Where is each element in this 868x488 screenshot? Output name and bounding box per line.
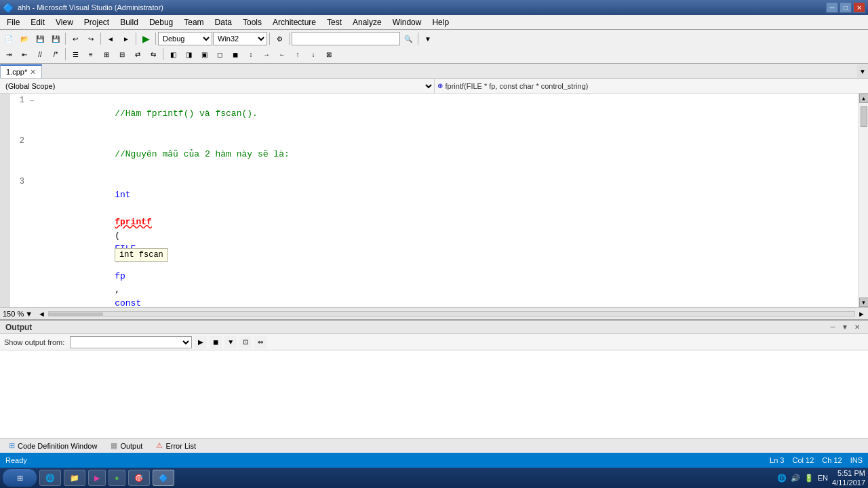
scroll-down-btn[interactable]: ▼: [859, 298, 869, 307]
forward-btn[interactable]: ►: [119, 32, 134, 45]
menu-analyze[interactable]: Analyze: [347, 16, 387, 28]
tb2-btn17[interactable]: ⊠: [321, 47, 336, 61]
tab-output[interactable]: ▦ Output: [104, 439, 149, 453]
menu-edit[interactable]: Edit: [25, 16, 50, 28]
tb2-btn3[interactable]: ⊞: [99, 47, 114, 61]
unindent-btn[interactable]: ⇤: [17, 47, 32, 61]
output-header: Output ─ ▼ ✕: [0, 321, 868, 334]
code-def-label: Code Definition Window: [18, 442, 97, 450]
close-button[interactable]: ✕: [853, 2, 865, 13]
taskbar-media[interactable]: ▶: [88, 470, 106, 486]
menu-test[interactable]: Test: [321, 16, 347, 28]
scroll-thumb[interactable]: [861, 106, 867, 127]
output-close-btn[interactable]: ✕: [852, 322, 863, 333]
taskbar-ie[interactable]: 🌐: [39, 470, 61, 486]
menu-team[interactable]: Team: [178, 16, 209, 28]
undo-btn[interactable]: ↩: [68, 32, 83, 45]
bottom-tabs: ⊞ Code Definition Window ▦ Output ⚠ Erro…: [0, 438, 868, 453]
scroll-track[interactable]: [859, 103, 869, 298]
maximize-button[interactable]: □: [840, 2, 852, 13]
output-next-btn[interactable]: ▼: [224, 336, 237, 348]
indent-btn[interactable]: ⇥: [1, 47, 16, 61]
output-word-wrap-btn[interactable]: ⇔: [254, 336, 267, 348]
tb2-btn8[interactable]: ◨: [181, 47, 196, 61]
function-label: fprintf(FILE * fp, const char * control_…: [446, 82, 589, 90]
output-source-dropdown[interactable]: [70, 336, 192, 348]
platform-dropdown[interactable]: Win32: [213, 32, 267, 45]
horizontal-scrollbar[interactable]: [48, 311, 855, 317]
tab-code-definition[interactable]: ⊞ Code Definition Window: [3, 439, 103, 453]
menu-data[interactable]: Data: [210, 16, 237, 28]
tab-scroll-button[interactable]: ▼: [857, 64, 868, 78]
output-play-btn[interactable]: ▶: [195, 336, 207, 348]
toolbar-area: 📄 📂 💾 💾 ↩ ↪ ◄ ► ▶ Debug Win32 ⚙ 🔍: [0, 30, 868, 64]
taskbar-vs[interactable]: 🔷: [153, 470, 174, 486]
redo-btn[interactable]: ↪: [83, 32, 98, 45]
start-button[interactable]: ⊞: [3, 469, 37, 487]
taskbar-chrome[interactable]: ●: [108, 470, 125, 486]
comment-btn[interactable]: //: [33, 47, 47, 61]
scroll-right-btn[interactable]: ►: [858, 310, 865, 318]
clock[interactable]: 5:51 PM 4/11/2017: [832, 468, 865, 487]
menu-project[interactable]: Project: [79, 16, 115, 28]
h-scroll-thumb[interactable]: [49, 312, 103, 317]
menu-debug[interactable]: Debug: [144, 16, 178, 28]
output-stop-btn[interactable]: ◼: [210, 336, 222, 348]
menu-window[interactable]: Window: [387, 16, 427, 28]
tb2-btn12[interactable]: ↕: [243, 47, 258, 61]
editor-tab-1cpp[interactable]: 1.cpp* ✕: [0, 64, 42, 78]
function-dropdown[interactable]: ⊕ fprintf(FILE * fp, const char * contro…: [435, 82, 869, 90]
menu-architecture[interactable]: Architecture: [267, 16, 321, 28]
right-scrollbar[interactable]: ▲ ▼: [859, 94, 868, 307]
tb2-btn11[interactable]: ◼: [228, 47, 243, 61]
tb2-btn4[interactable]: ⊟: [115, 47, 130, 61]
scope-dropdown[interactable]: (Global Scope): [0, 79, 435, 93]
menu-help[interactable]: Help: [427, 16, 454, 28]
menu-file[interactable]: File: [1, 16, 25, 28]
tb2-btn5[interactable]: ⇄: [130, 47, 145, 61]
menu-build[interactable]: Build: [115, 16, 144, 28]
search-btn[interactable]: 🔍: [401, 32, 416, 45]
scroll-left-btn[interactable]: ◄: [38, 310, 45, 318]
save-btn[interactable]: 💾: [33, 32, 47, 45]
back-btn[interactable]: ◄: [103, 32, 118, 45]
menu-view[interactable]: View: [50, 16, 79, 28]
output-minimize-btn[interactable]: ─: [827, 322, 838, 333]
save-all-btn[interactable]: 💾: [48, 32, 63, 45]
tb2-btn10[interactable]: ◻: [212, 47, 227, 61]
code-line-3: 3 int fprintf ( FILE * fp , const: [9, 175, 859, 307]
tb2-btn6[interactable]: ⇆: [146, 47, 161, 61]
open-btn[interactable]: 📂: [17, 32, 32, 45]
media-icon: ▶: [94, 474, 100, 483]
start-debug-btn[interactable]: ▶: [138, 32, 153, 45]
taskbar-app5[interactable]: 🎯: [128, 470, 150, 486]
tb2-btn13[interactable]: →: [259, 47, 274, 61]
tb2-btn7[interactable]: ◧: [165, 47, 180, 61]
attach-btn[interactable]: ⚙: [272, 32, 287, 45]
menu-bar: File Edit View Project Build Debug Team …: [0, 15, 868, 30]
scroll-up-btn[interactable]: ▲: [859, 94, 869, 103]
tb2-btn15[interactable]: ↑: [290, 47, 305, 61]
zoom-arrow[interactable]: ▼: [25, 310, 33, 318]
tb2-btn1[interactable]: ☰: [68, 47, 83, 61]
output-clear-btn[interactable]: ⊡: [239, 336, 252, 348]
tab-close-btn[interactable]: ✕: [30, 68, 36, 77]
uncomment-btn[interactable]: /*: [48, 47, 63, 61]
search-input[interactable]: [292, 32, 400, 45]
new-file-btn[interactable]: 📄: [1, 32, 16, 45]
minimize-button[interactable]: ─: [826, 2, 838, 13]
tb2-btn2[interactable]: ≡: [83, 47, 98, 61]
tooltip-text: int fscan: [119, 250, 163, 260]
code-editor[interactable]: 1 ─ //Hàm fprintf() và fscan(). 2 //Nguy…: [9, 94, 859, 307]
tb2-btn16[interactable]: ↓: [306, 47, 321, 61]
output-panel: Output ─ ▼ ✕ Show output from: ▶ ◼ ▼ ⊡ ⇔: [0, 319, 868, 438]
more-btn[interactable]: ▼: [420, 32, 435, 45]
chrome-icon: ●: [115, 474, 119, 482]
menu-tools[interactable]: Tools: [237, 16, 267, 28]
tab-error-list[interactable]: ⚠ Error List: [150, 439, 202, 453]
taskbar-explorer[interactable]: 📁: [64, 470, 85, 486]
tb2-btn14[interactable]: ←: [275, 47, 290, 61]
debug-config-dropdown[interactable]: Debug: [158, 32, 212, 45]
tb2-btn9[interactable]: ▣: [197, 47, 212, 61]
output-auto-hide-btn[interactable]: ▼: [840, 322, 850, 333]
